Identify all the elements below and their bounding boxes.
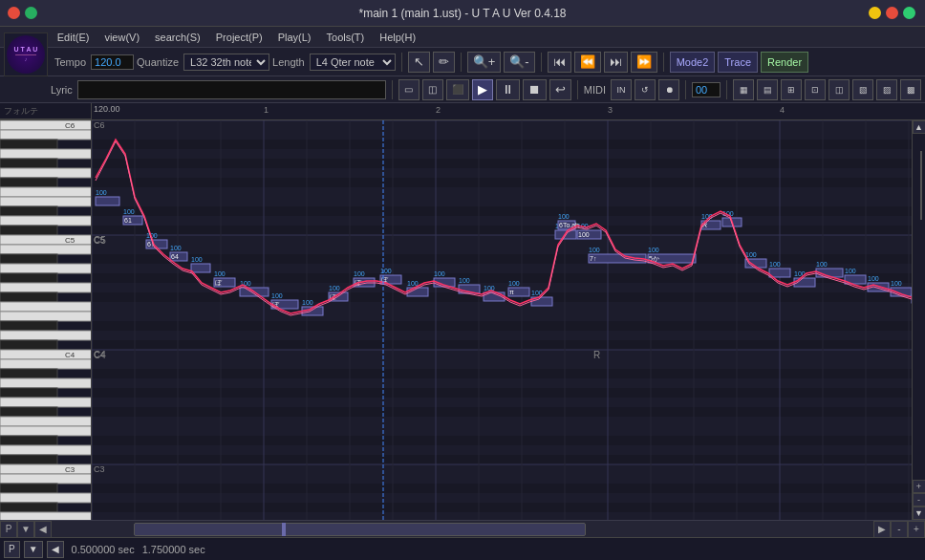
v-scroll-thumb[interactable]	[920, 151, 922, 220]
mac-yellow-btn[interactable]	[869, 7, 881, 19]
tb2-tool1[interactable]: ▦	[733, 79, 754, 100]
v-scroll-up-btn[interactable]: ▲	[913, 120, 926, 134]
tb2-icon3[interactable]: ⬛	[446, 79, 469, 100]
toolbar1: U T A U ♪ Tempo Quantize L32 32th note L…	[0, 48, 925, 76]
tb2-tool4[interactable]: ⊡	[805, 79, 826, 100]
pause-btn[interactable]: ⏸	[496, 79, 520, 100]
stop-btn[interactable]: ⏹	[523, 79, 547, 100]
tempo-label: Tempo	[54, 56, 86, 68]
quantize-select[interactable]: L32 32th note	[183, 54, 269, 71]
piano-keys	[0, 120, 92, 520]
tempo-input[interactable]	[91, 54, 134, 70]
midi-in-btn[interactable]: IN	[611, 79, 632, 100]
tempo-marker: 120.00	[94, 104, 120, 114]
v-scroll-minus-btn[interactable]: -	[913, 493, 926, 506]
toolbar2-sep1	[392, 80, 393, 99]
mode2-btn[interactable]: Mode2	[670, 52, 716, 73]
vertical-scrollbar[interactable]: ▲ + - ▼	[912, 120, 925, 520]
window-controls-left	[8, 7, 37, 19]
ruler-corner: フォルテ	[0, 103, 92, 119]
status-down-btn[interactable]: ▼	[24, 541, 43, 558]
length-select[interactable]: L4 Qter note	[310, 54, 396, 71]
piano-canvas	[0, 120, 92, 520]
status-p-btn[interactable]: P	[4, 541, 20, 558]
status-time-start: 0.500000 sec	[72, 544, 135, 555]
rewind-btn[interactable]: ⏮	[548, 52, 571, 73]
tb2-tool8[interactable]: ▩	[900, 79, 921, 100]
quantize-label: Quantize	[137, 56, 179, 68]
ruler-main: 120.00 1234567891011121314151617181920	[92, 103, 925, 119]
pen-tool-btn[interactable]: ✏	[433, 52, 455, 73]
h-scroll-down-btn[interactable]: ▼	[17, 521, 34, 538]
status-left-btn[interactable]: ◀	[47, 541, 64, 558]
h-scroll-minus-btn[interactable]: -	[891, 521, 908, 538]
tb2-tool3[interactable]: ⊞	[781, 79, 802, 100]
window-title: *main 1 (main 1.ust) - U T A U Ver 0.4.1…	[359, 7, 567, 20]
menu-help[interactable]: Help(H)	[372, 30, 423, 45]
mac-green-btn[interactable]	[903, 7, 915, 19]
zoom-out-btn[interactable]: 🔍-	[504, 52, 534, 73]
trace-btn[interactable]: Trace	[718, 52, 758, 73]
menu-edit[interactable]: Edit(E)	[50, 30, 97, 45]
lyric-input[interactable]	[77, 80, 386, 99]
utau-logo: U T A U ♪	[4, 32, 48, 76]
ruler-row: フォルテ 120.00 1234567891011121314151617181…	[0, 103, 925, 120]
midi-rec-btn[interactable]: ⏺	[658, 79, 679, 100]
toolbar2-sep3	[685, 80, 686, 99]
window-close-btn[interactable]	[8, 7, 20, 19]
zoom-in-btn[interactable]: 🔍+	[467, 52, 502, 73]
fast-forward-btn[interactable]: ⏩	[631, 52, 657, 73]
length-label: Length	[272, 56, 305, 68]
toolbar2: Lyric ▭ ◫ ⬛ ▶ ⏸ ⏹ ↩ MIDI IN ↺ ⏺ ▦ ▤ ⊞ ⊡ …	[0, 76, 925, 103]
title-bar: *main 1 (main 1.ust) - U T A U Ver 0.4.1…	[0, 0, 925, 27]
note-grid[interactable]	[92, 120, 912, 520]
midi-out-btn[interactable]: ↺	[635, 79, 656, 100]
content-area: ▲ + - ▼	[0, 120, 925, 520]
render-btn[interactable]: Render	[761, 52, 808, 73]
tb2-tool7[interactable]: ▨	[876, 79, 897, 100]
h-scroll-p-btn[interactable]: P	[0, 521, 17, 538]
toolbar2-sep4	[726, 80, 727, 99]
grid-canvas	[92, 120, 912, 520]
h-scroll-page-indicator	[282, 523, 286, 536]
status-bar: P ▼ ◀ 0.500000 sec 1.750000 sec	[0, 537, 925, 560]
bpm-counter[interactable]	[692, 82, 721, 97]
middle-section: フォルテ 120.00 1234567891011121314151617181…	[0, 103, 925, 537]
step-end-btn[interactable]: ⏭	[604, 52, 628, 73]
mac-red-btn[interactable]	[886, 7, 898, 19]
h-scroll-thumb[interactable]	[134, 523, 586, 536]
h-scroll-left-btn[interactable]: ◀	[34, 521, 52, 538]
select-tool-btn[interactable]: ↖	[408, 52, 430, 73]
status-time-end: 1.750000 sec	[142, 544, 205, 555]
main-layout: *main 1 (main 1.ust) - U T A U Ver 0.4.1…	[0, 0, 925, 560]
menu-bar: File(F) Edit(E) view(V) search(S) Projec…	[0, 27, 925, 48]
step-back-btn[interactable]: ⏪	[574, 52, 601, 73]
play-btn[interactable]: ▶	[472, 79, 493, 100]
loop-btn[interactable]: ↩	[549, 79, 571, 100]
toolbar2-sep2	[577, 80, 578, 99]
menu-tools[interactable]: Tools(T)	[319, 30, 373, 45]
window-controls-right	[869, 7, 915, 19]
tb2-icon1[interactable]: ▭	[398, 79, 419, 100]
tb2-icon2[interactable]: ◫	[422, 79, 443, 100]
tb2-tool2[interactable]: ▤	[757, 79, 778, 100]
midi-label: MIDI	[584, 84, 606, 96]
tb2-tool6[interactable]: ▧	[852, 79, 873, 100]
menu-play[interactable]: Play(L)	[270, 30, 319, 45]
v-scroll-down-btn[interactable]: ▼	[913, 506, 926, 520]
toolbar-sep1	[401, 53, 402, 72]
v-scroll-plus-btn[interactable]: +	[913, 480, 926, 493]
h-scroll-right-btn[interactable]: ▶	[873, 521, 891, 538]
toolbar-sep3	[541, 53, 542, 72]
menu-search[interactable]: search(S)	[147, 30, 208, 45]
menu-project[interactable]: Project(P)	[208, 30, 270, 45]
toolbar-sep2	[461, 53, 462, 72]
menu-view[interactable]: view(V)	[97, 30, 147, 45]
ruler-corner-text: フォルテ	[4, 105, 38, 118]
window-min-btn[interactable]	[25, 7, 37, 19]
tb2-tool5[interactable]: ◫	[828, 79, 850, 100]
h-scroll-plus-btn[interactable]: +	[908, 521, 925, 538]
bottom-scrollbar-row: P ▼ ◀ ▶ - +	[0, 520, 925, 537]
h-scroll-track[interactable]	[52, 521, 873, 538]
toolbar-sep4	[663, 53, 664, 72]
